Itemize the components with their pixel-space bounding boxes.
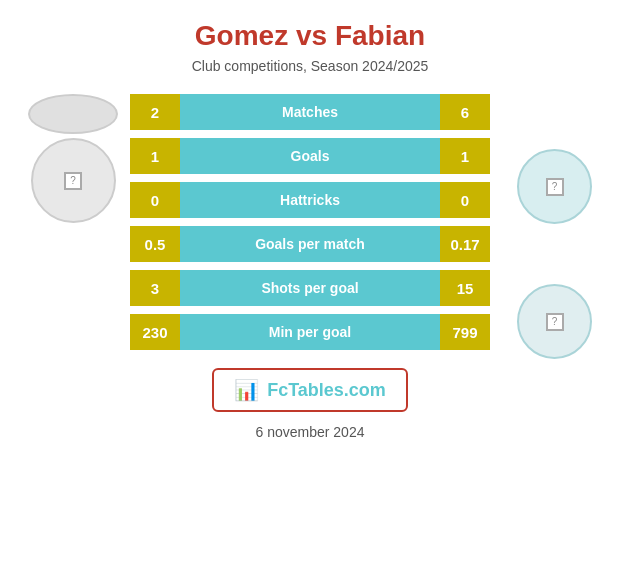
- logo-text-prefix: Fc: [267, 380, 288, 400]
- logo-text-suffix: Tables.com: [288, 380, 386, 400]
- stat-right-value: 15: [440, 270, 490, 306]
- stat-left-value: 230: [130, 314, 180, 350]
- stat-row: 0Hattricks0: [130, 182, 490, 218]
- stat-row: 1Goals1: [130, 138, 490, 174]
- stat-row: 3Shots per goal15: [130, 270, 490, 306]
- left-avatar-placeholder: ?: [64, 172, 82, 190]
- page-title: Gomez vs Fabian: [195, 20, 425, 52]
- stat-right-value: 1: [440, 138, 490, 174]
- stat-label: Min per goal: [180, 314, 440, 350]
- right-avatar-top-placeholder: ?: [546, 178, 564, 196]
- left-avatar: ?: [31, 138, 116, 223]
- stat-left-value: 1: [130, 138, 180, 174]
- stat-left-value: 2: [130, 94, 180, 130]
- right-avatar-top: ?: [517, 149, 592, 224]
- left-avatar-shadow: [28, 94, 118, 134]
- footer-date: 6 november 2024: [256, 424, 365, 440]
- right-avatar-bottom: ?: [517, 284, 592, 359]
- left-player-column: ?: [28, 94, 118, 223]
- stat-label: Goals per match: [180, 226, 440, 262]
- comparison-wrapper: ? ? ? 2Matches61Goals10Hattricks00.5Goal…: [20, 94, 600, 350]
- logo-text: FcTables.com: [267, 380, 386, 401]
- stats-container: 2Matches61Goals10Hattricks00.5Goals per …: [130, 94, 490, 350]
- page-wrapper: Gomez vs Fabian Club competitions, Seaso…: [0, 0, 620, 580]
- stat-right-value: 799: [440, 314, 490, 350]
- stat-right-value: 6: [440, 94, 490, 130]
- page-subtitle: Club competitions, Season 2024/2025: [192, 58, 429, 74]
- right-player-column: ? ?: [517, 149, 592, 359]
- stat-label: Shots per goal: [180, 270, 440, 306]
- logo-area: 📊 FcTables.com: [212, 368, 408, 412]
- stat-row: 2Matches6: [130, 94, 490, 130]
- stat-label: Hattricks: [180, 182, 440, 218]
- stat-right-value: 0.17: [440, 226, 490, 262]
- right-avatar-bottom-placeholder: ?: [546, 313, 564, 331]
- stat-right-value: 0: [440, 182, 490, 218]
- logo-icon: 📊: [234, 378, 259, 402]
- stat-row: 0.5Goals per match0.17: [130, 226, 490, 262]
- stat-left-value: 0.5: [130, 226, 180, 262]
- stat-row: 230Min per goal799: [130, 314, 490, 350]
- stat-label: Matches: [180, 94, 440, 130]
- stat-label: Goals: [180, 138, 440, 174]
- stat-left-value: 3: [130, 270, 180, 306]
- stat-left-value: 0: [130, 182, 180, 218]
